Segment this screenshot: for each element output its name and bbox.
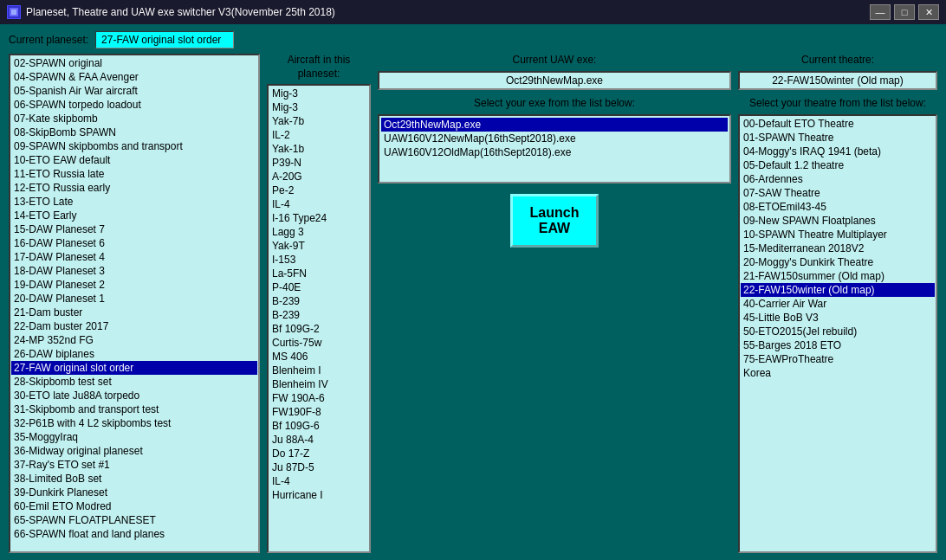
list-item[interactable]: 10-SPAWN Theatre Multiplayer — [741, 228, 935, 241]
list-item: A-20G — [269, 170, 368, 183]
list-item[interactable]: 21-FAW150summer (Old map) — [741, 269, 935, 283]
list-item: IL-4 — [269, 197, 368, 211]
list-item[interactable]: 08-ETOEmil43-45 — [741, 200, 935, 214]
close-button[interactable]: ✕ — [918, 4, 939, 20]
launch-button-container: LaunchEAW — [378, 194, 731, 248]
list-item[interactable]: 19-DAW Planeset 2 — [11, 278, 257, 292]
list-item: Yak-7b — [269, 114, 368, 128]
list-item[interactable]: 28-Skipbomb test set — [11, 375, 257, 389]
list-item[interactable]: 24-MP 352nd FG — [11, 333, 257, 347]
list-item[interactable]: 13-ETO Late — [11, 195, 257, 209]
list-item: FW 190A-6 — [269, 391, 368, 405]
list-item[interactable]: Korea — [741, 366, 935, 380]
list-item[interactable]: 32-P61B with 4 L2 skipbombs test — [11, 416, 257, 430]
list-item[interactable]: 15-DAW Planeset 7 — [11, 222, 257, 236]
list-item[interactable]: 26-DAW biplanes — [11, 347, 257, 361]
list-item[interactable]: 36-Midway original planeset — [11, 444, 257, 458]
list-item[interactable]: 17-DAW Planeset 4 — [11, 250, 257, 264]
list-item[interactable]: 10-ETO EAW default — [11, 153, 257, 167]
list-item[interactable]: 35-MoggyIraq — [11, 430, 257, 444]
list-item[interactable]: 00-Default ETO Theatre — [741, 117, 935, 131]
uaw-sub-label: Select your exe from the list below: — [378, 97, 731, 109]
list-item[interactable]: 04-SPAWN & FAA Avenger — [11, 70, 257, 84]
list-item: Mig-3 — [269, 87, 368, 100]
uaw-current-value: Oct29thNewMap.exe — [378, 71, 731, 90]
list-item: Bf 109G-6 — [269, 419, 368, 433]
list-item[interactable]: 01-SPAWN Theatre — [741, 131, 935, 145]
list-item[interactable]: 18-DAW Planeset 3 — [11, 264, 257, 278]
list-item: Pe-2 — [269, 183, 368, 197]
list-item[interactable]: 55-Barges 2018 ETO — [741, 338, 935, 352]
list-item[interactable]: 27-FAW original slot order — [11, 361, 257, 375]
list-item[interactable]: 07-SAW Theatre — [741, 186, 935, 200]
list-item[interactable]: 22-FAW150winter (Old map) — [741, 283, 935, 297]
list-item: P39-N — [269, 156, 368, 170]
list-item[interactable]: 65-SPAWN FLOATPLANESET — [11, 513, 257, 527]
list-item: Ju 88A-4 — [269, 433, 368, 447]
list-item[interactable]: 21-Dam buster — [11, 306, 257, 319]
list-item[interactable]: 11-ETO Russia late — [11, 167, 257, 181]
aircraft-listbox: Mig-3Mig-3Yak-7bIL-2Yak-1bP39-NA-20GPe-2… — [267, 84, 371, 553]
list-item[interactable]: 08-SkipBomb SPAWN — [11, 126, 257, 139]
list-item[interactable]: 12-ETO Russia early — [11, 181, 257, 195]
main-content: Current planeset: 27-FAW original slot o… — [0, 24, 946, 560]
list-item[interactable]: 20-DAW Planeset 1 — [11, 292, 257, 306]
list-item: I-153 — [269, 253, 368, 267]
list-item[interactable]: 06-Ardennes — [741, 172, 935, 186]
list-item[interactable]: 05-Spanish Air War aircraft — [11, 84, 257, 98]
list-item[interactable]: 09-New SPAWN Floatplanes — [741, 214, 935, 228]
theatre-listbox[interactable]: 00-Default ETO Theatre01-SPAWN Theatre04… — [738, 114, 937, 553]
list-item[interactable]: 22-Dam buster 2017 — [11, 319, 257, 333]
list-item[interactable]: 60-Emil ETO Modred — [11, 499, 257, 513]
list-item: P-40E — [269, 280, 368, 294]
list-item[interactable]: UAW160V12NewMap(16thSept2018).exe — [381, 132, 728, 145]
list-item: I-16 Type24 — [269, 211, 368, 225]
theatre-column: Current theatre: 22-FAW150winter (Old ma… — [738, 54, 937, 553]
list-item: Blenheim IV — [269, 377, 368, 391]
aircraft-column: Aircraft in thisplaneset: Mig-3Mig-3Yak-… — [267, 54, 371, 553]
list-item: Yak-1b — [269, 142, 368, 156]
list-item: B-239 — [269, 294, 368, 308]
list-item[interactable]: 45-Little BoB V3 — [741, 311, 935, 325]
list-item[interactable]: 02-SPAWN original — [11, 56, 257, 70]
title-bar: Planeset, Theatre and UAW exe switcher V… — [0, 0, 946, 24]
list-item: Lagg 3 — [269, 225, 368, 239]
list-item[interactable]: 14-ETO Early — [11, 209, 257, 222]
maximize-button[interactable]: □ — [894, 4, 915, 20]
list-item[interactable]: 06-SPAWN torpedo loadout — [11, 98, 257, 112]
list-item[interactable]: 40-Carrier Air War — [741, 297, 935, 311]
list-item[interactable]: 39-Dunkirk Planeset — [11, 486, 257, 499]
title-bar-controls: — □ ✕ — [870, 4, 939, 20]
list-item[interactable]: 09-SPAWN skipbombs and transport — [11, 139, 257, 153]
title-text: Planeset, Theatre and UAW exe switcher V… — [26, 6, 335, 18]
title-bar-left: Planeset, Theatre and UAW exe switcher V… — [7, 5, 335, 19]
uaw-listbox[interactable]: Oct29thNewMap.exeUAW160V12NewMap(16thSep… — [378, 114, 731, 183]
list-item[interactable]: 31-Skipbomb and transport test — [11, 402, 257, 416]
list-item[interactable]: 05-Default 1.2 theatre — [741, 158, 935, 172]
list-item[interactable]: 66-SPAWN float and land planes — [11, 527, 257, 541]
svg-rect-2 — [11, 10, 16, 15]
uaw-column: Current UAW exe: Oct29thNewMap.exe Selec… — [378, 54, 731, 553]
list-item[interactable]: 04-Moggy's IRAQ 1941 (beta) — [741, 145, 935, 158]
list-item[interactable]: 50-ETO2015(Jel rebuild) — [741, 325, 935, 338]
aircraft-header: Aircraft in thisplaneset: — [267, 54, 371, 80]
list-item[interactable]: 20-Moggy's Dunkirk Theatre — [741, 255, 935, 269]
minimize-button[interactable]: — — [870, 4, 891, 20]
list-item[interactable]: UAW160V12OldMap(16thSept2018).exe — [381, 145, 728, 159]
uaw-header: Current UAW exe: — [378, 54, 731, 66]
list-item[interactable]: 38-Limited BoB set — [11, 472, 257, 486]
list-item[interactable]: 37-Ray's ETO set #1 — [11, 458, 257, 472]
list-item: Blenheim I — [269, 364, 368, 377]
list-item[interactable]: 16-DAW Planeset 6 — [11, 236, 257, 250]
theatre-sub-label: Select your theatre from the list below: — [738, 97, 937, 109]
list-item: Curtis-75w — [269, 336, 368, 350]
columns-area: 02-SPAWN original04-SPAWN & FAA Avenger0… — [9, 54, 937, 553]
list-item[interactable]: 30-ETO late Ju88A torpedo — [11, 389, 257, 402]
list-item: Ju 87D-5 — [269, 460, 368, 474]
launch-eaw-button[interactable]: LaunchEAW — [510, 194, 599, 248]
planeset-listbox[interactable]: 02-SPAWN original04-SPAWN & FAA Avenger0… — [9, 54, 260, 553]
list-item[interactable]: 07-Kate skipbomb — [11, 112, 257, 126]
list-item[interactable]: 15-Mediterranean 2018V2 — [741, 241, 935, 255]
list-item[interactable]: Oct29thNewMap.exe — [381, 118, 728, 132]
list-item[interactable]: 75-EAWProTheatre — [741, 352, 935, 366]
